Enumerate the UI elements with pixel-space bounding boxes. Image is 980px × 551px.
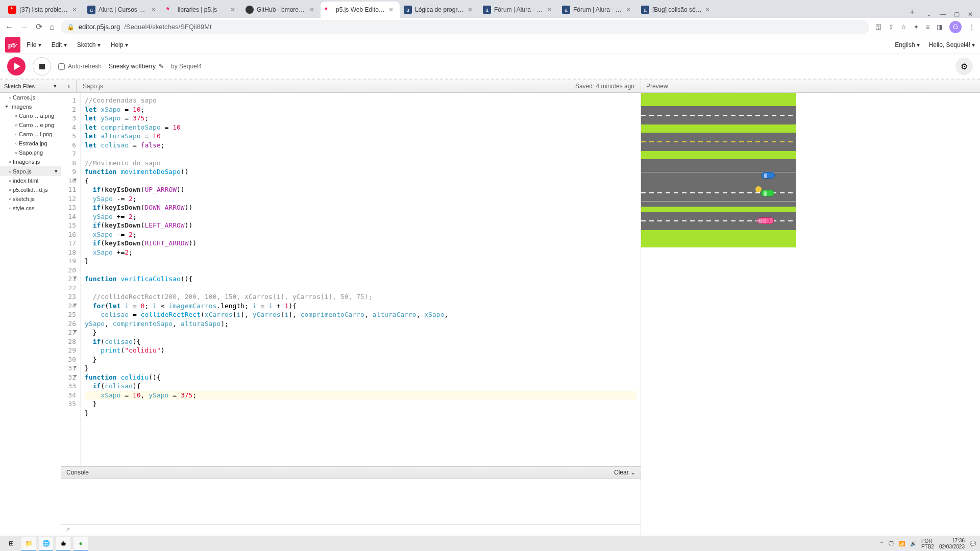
play-button[interactable] bbox=[7, 57, 26, 76]
main-area: Sketch Files▾ ▫ Carros.js Imagens▫ Carro… bbox=[0, 80, 980, 536]
file-item[interactable]: ▫ index.html bbox=[0, 176, 61, 185]
car-pink-shadow bbox=[756, 217, 770, 224]
file-item[interactable]: ▫ Imagens.js bbox=[0, 157, 61, 166]
user-menu[interactable]: Hello, Sequel4! ▾ bbox=[929, 41, 975, 48]
console-label: Console bbox=[66, 469, 89, 476]
close-icon[interactable]: ✕ bbox=[547, 6, 554, 13]
file-item[interactable]: ▫ Estrada.jpg bbox=[0, 139, 61, 148]
browser-tab[interactable]: *libraries | p5.js✕ bbox=[162, 2, 241, 18]
author-label: by Sequel4 bbox=[171, 63, 202, 70]
file-item[interactable]: ▫ Sapo.js ▾ bbox=[0, 166, 61, 176]
browser-tab[interactable]: (37) lista problemas ja✕ bbox=[4, 2, 83, 18]
browser-tab[interactable]: GitHub - bmoren/p5.✕ bbox=[241, 2, 321, 18]
collapse-sidebar-button[interactable]: ‹ bbox=[61, 80, 77, 93]
open-file-tab[interactable]: Sapo.js bbox=[83, 83, 103, 90]
share-icon[interactable]: ⇪ bbox=[889, 23, 894, 31]
file-item[interactable]: ▫ sketch.js bbox=[0, 194, 61, 204]
star-icon[interactable]: ☆ bbox=[901, 23, 906, 31]
file-item[interactable]: ▫ style.css bbox=[0, 204, 61, 213]
extensions-icon[interactable]: ✦ bbox=[914, 23, 919, 31]
console-output bbox=[61, 479, 641, 524]
settings-button[interactable]: ⚙ bbox=[955, 58, 973, 75]
browser-tab[interactable]: aLógica de programaç✕ bbox=[400, 2, 479, 18]
game-canvas bbox=[641, 93, 796, 247]
url-input[interactable]: 🔒 editor.p5js.org/Sequel4/sketches/SFQii… bbox=[61, 20, 869, 34]
car-blue bbox=[762, 172, 775, 179]
browser-tab[interactable]: aFórum | Alura - Curso✕ bbox=[558, 2, 637, 18]
code-editor[interactable]: 1234567891011121314151617181920212223242… bbox=[61, 93, 641, 466]
kebab-icon[interactable]: ⋮ bbox=[969, 23, 975, 31]
menu-help[interactable]: Help ▾ bbox=[111, 41, 128, 48]
editor-tabbar: Sapo.js Saved: 4 minutes ago bbox=[77, 80, 641, 93]
stop-button[interactable] bbox=[33, 57, 51, 76]
new-tab-button[interactable]: + bbox=[905, 7, 919, 18]
url-path: /Sequel4/sketches/SFQii89Mt bbox=[124, 23, 211, 31]
console-header: Console Clear ⌄ bbox=[61, 466, 641, 479]
browser-tab[interactable]: aAlura | Cursos online d✕ bbox=[83, 2, 162, 18]
sidebar-header[interactable]: Sketch Files▾ bbox=[0, 80, 61, 93]
close-icon[interactable]: ✕ bbox=[309, 6, 316, 13]
close-icon[interactable]: ✕ bbox=[151, 6, 158, 13]
home-icon[interactable]: ⌂ bbox=[50, 22, 55, 32]
preview-canvas-wrap bbox=[641, 93, 980, 247]
preview-header: Preview bbox=[641, 80, 980, 93]
back-icon[interactable]: ← bbox=[5, 22, 13, 32]
console-prompt[interactable]: > bbox=[61, 524, 641, 536]
close-icon[interactable]: ✕ bbox=[705, 6, 712, 13]
code-content[interactable]: //Coordenadas sapolet xSapo = 10;let ySa… bbox=[81, 93, 641, 466]
saved-status: Saved: 4 minutes ago bbox=[575, 83, 634, 90]
car-green bbox=[761, 190, 774, 196]
key-icon[interactable]: ⚿ bbox=[875, 23, 881, 31]
reload-icon[interactable]: ⟳ bbox=[36, 22, 42, 32]
sidepanel-icon[interactable]: ◨ bbox=[937, 23, 942, 31]
close-icon[interactable]: ✕ bbox=[72, 6, 79, 13]
language-select[interactable]: English ▾ bbox=[895, 41, 919, 48]
menu-sketch[interactable]: Sketch ▾ bbox=[77, 41, 101, 48]
forward-icon[interactable]: → bbox=[20, 22, 29, 32]
editor-column: ‹ Sapo.js Saved: 4 minutes ago 123456789… bbox=[61, 80, 641, 536]
pencil-icon[interactable]: ✎ bbox=[159, 63, 164, 70]
url-host: editor.p5js.org bbox=[79, 23, 120, 31]
preview-column: Preview bbox=[641, 80, 980, 536]
p5-menubar: p5* File ▾Edit ▾Sketch ▾Help ▾ English ▾… bbox=[0, 36, 980, 54]
browser-tab[interactable]: *p5.js Web Editor | Sne✕ bbox=[321, 2, 400, 18]
p5-logo[interactable]: p5* bbox=[5, 37, 20, 53]
close-icon[interactable]: ✕ bbox=[388, 6, 396, 13]
maximize-icon[interactable]: ▢ bbox=[954, 11, 960, 18]
auto-refresh-label: Auto-refresh bbox=[68, 63, 102, 70]
chevron-down-icon[interactable]: ⌄ bbox=[926, 11, 932, 18]
line-gutter: 1234567891011121314151617181920212223242… bbox=[61, 93, 81, 466]
toolbar: Auto-refresh Sneaky wolfberry ✎ by Seque… bbox=[0, 54, 980, 80]
lock-icon: 🔒 bbox=[67, 23, 75, 31]
profile-avatar[interactable]: G bbox=[949, 21, 962, 33]
auto-refresh-checkbox[interactable] bbox=[58, 63, 65, 70]
sketch-name[interactable]: Sneaky wolfberry ✎ bbox=[109, 63, 164, 70]
close-icon[interactable]: ✕ bbox=[626, 6, 633, 13]
address-bar: ← → ⟳ ⌂ 🔒 editor.p5js.org/Sequel4/sketch… bbox=[0, 18, 980, 36]
file-item[interactable]: ▫ p5.collid…d.js bbox=[0, 185, 61, 194]
close-icon[interactable]: ✕ bbox=[468, 6, 475, 13]
file-item[interactable]: ▫ Sapo.png bbox=[0, 148, 61, 157]
browser-tab[interactable]: aFórum | Alura - Curso✕ bbox=[479, 2, 558, 18]
chevron-down-icon[interactable]: ▾ bbox=[54, 83, 57, 89]
close-icon[interactable]: ✕ bbox=[230, 6, 237, 13]
file-item[interactable]: ▫ Carro… a.png bbox=[0, 111, 61, 120]
file-sidebar: Sketch Files▾ ▫ Carros.js Imagens▫ Carro… bbox=[0, 80, 61, 536]
file-item[interactable]: ▫ Carro… l.png bbox=[0, 130, 61, 139]
menu-edit[interactable]: Edit ▾ bbox=[52, 41, 67, 48]
frog-sprite bbox=[755, 186, 762, 192]
console-clear[interactable]: Clear ⌄ bbox=[614, 469, 635, 476]
file-item[interactable]: ▫ Carros.js bbox=[0, 93, 61, 102]
tab-list: (37) lista problemas ja✕aAlura | Cursos … bbox=[0, 2, 905, 18]
browser-tabstrip: (37) lista problemas ja✕aAlura | Cursos … bbox=[0, 0, 980, 18]
menu-file[interactable]: File ▾ bbox=[27, 41, 41, 48]
browser-tab[interactable]: a[Bug] colisão só é rec✕ bbox=[637, 2, 716, 18]
window-controls: ⌄ ― ▢ ✕ bbox=[919, 11, 980, 18]
file-item[interactable]: ▫ Carro… e.png bbox=[0, 120, 61, 130]
close-icon[interactable]: ✕ bbox=[968, 11, 973, 18]
auto-refresh-toggle[interactable]: Auto-refresh bbox=[58, 63, 102, 70]
file-item[interactable]: Imagens bbox=[0, 102, 61, 111]
reading-list-icon[interactable]: ≡ bbox=[926, 23, 929, 31]
minimize-icon[interactable]: ― bbox=[940, 11, 946, 18]
